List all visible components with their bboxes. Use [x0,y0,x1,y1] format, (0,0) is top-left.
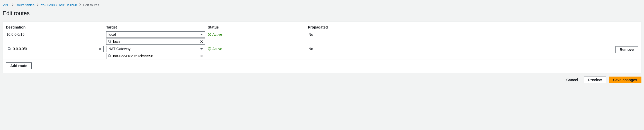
search-icon [108,54,112,58]
page-title: Edit routes [0,9,644,21]
propagated-value: No [308,46,375,52]
svg-line-6 [10,49,11,50]
target-select[interactable]: local [106,31,205,38]
target-select-value: NAT Gateway [108,47,131,51]
destination-search-input[interactable] [13,47,97,51]
preview-button[interactable]: Preview [584,77,606,83]
breadcrumb-link-rtb-id[interactable]: rtb-00c88881e310e1b68 [41,3,77,7]
breadcrumb-link-route-tables[interactable]: Route tables [16,3,34,7]
svg-line-10 [110,57,111,57]
routes-panel: Destination Target Status Propagated 10.… [3,21,641,73]
col-target: Target [106,25,205,29]
close-icon[interactable] [200,40,203,43]
chevron-right-icon [79,3,81,7]
chevron-down-icon [200,34,203,35]
target-search[interactable] [106,39,205,45]
breadcrumb: VPC Route tables rtb-00c88881e310e1b68 E… [0,0,644,9]
col-propagated: Propagated [308,25,375,29]
svg-point-9 [108,54,111,57]
destination-search[interactable] [6,46,104,52]
close-icon[interactable] [200,54,203,58]
target-search-input[interactable] [113,40,198,44]
svg-line-1 [110,42,111,43]
status-badge: Active [208,46,305,51]
add-route-button[interactable]: Add route [6,62,32,69]
search-icon [8,47,11,51]
svg-point-5 [8,47,10,50]
status-badge: Active [208,31,305,36]
chevron-right-icon [37,3,39,7]
chevron-right-icon [12,3,14,7]
target-select[interactable]: NAT Gateway [106,46,205,52]
check-circle-icon [208,47,211,51]
table-header: Destination Target Status Propagated [3,22,641,31]
svg-point-0 [108,40,111,42]
breadcrumb-link-vpc[interactable]: VPC [3,3,10,7]
destination-value: 10.0.0.0/16 [6,31,104,38]
col-destination: Destination [6,25,104,29]
col-status: Status [208,25,305,29]
footer-actions: Cancel Preview Save changes [0,73,644,87]
remove-button[interactable]: Remove [615,46,638,53]
target-search-input[interactable] [113,54,198,58]
chevron-down-icon [200,48,203,50]
cancel-button[interactable]: Cancel [563,77,581,83]
breadcrumb-current: Edit routes [83,3,99,7]
check-circle-icon [208,33,211,36]
propagated-value: No [308,31,375,38]
target-select-value: local [108,32,116,36]
route-row: NAT Gateway Active No Remove [3,45,641,60]
save-changes-button[interactable]: Save changes [609,77,641,83]
route-row: 10.0.0.0/16 local Active [3,31,641,45]
target-search[interactable] [106,53,205,59]
close-icon[interactable] [98,47,102,51]
search-icon [108,40,112,43]
